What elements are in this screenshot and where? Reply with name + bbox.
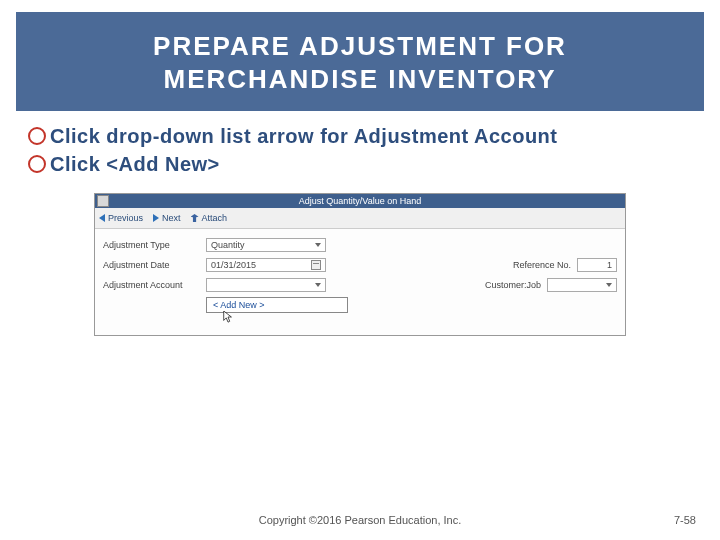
arrow-left-icon	[99, 214, 105, 222]
adjustment-type-value: Quantity	[211, 238, 245, 252]
reference-no-field[interactable]: 1	[577, 258, 617, 272]
title-line-2: MERCHANDISE INVENTORY	[163, 64, 556, 94]
qb-body: Adjustment Type Quantity Adjustment Date…	[95, 229, 625, 335]
qb-toolbar: Previous Next Attach	[95, 208, 625, 229]
adjustment-date-field[interactable]: 01/31/2015	[206, 258, 326, 272]
label-reference-no: Reference No.	[513, 260, 571, 270]
reference-group: Reference No. 1	[513, 258, 617, 272]
label-customer-job: Customer:Job	[485, 280, 541, 290]
label-adjustment-type: Adjustment Type	[103, 240, 198, 250]
row-adjustment-date: Adjustment Date 01/31/2015 Reference No.…	[103, 255, 617, 275]
next-label: Next	[162, 213, 181, 223]
screenshot-wrap: Adjust Quantity/Value on Hand Previous N…	[28, 193, 692, 336]
row-adjustment-account: Adjustment Account Customer:Job	[103, 275, 617, 295]
chevron-down-icon	[315, 283, 321, 287]
slide-title: PREPARE ADJUSTMENT FOR MERCHANDISE INVEN…	[26, 30, 694, 95]
adjustment-type-select[interactable]: Quantity	[206, 238, 326, 252]
cursor-icon	[223, 311, 233, 323]
next-button[interactable]: Next	[153, 213, 181, 223]
adjustment-date-value: 01/31/2015	[211, 258, 256, 272]
bullet-circle-icon	[28, 155, 46, 173]
previous-button[interactable]: Previous	[99, 213, 143, 223]
system-menu-icon[interactable]	[97, 195, 109, 207]
attach-label: Attach	[202, 213, 228, 223]
adjustment-account-select[interactable]	[206, 278, 326, 292]
qb-window-title: Adjust Quantity/Value on Hand	[299, 196, 421, 206]
reference-no-value: 1	[607, 258, 612, 272]
footer-page-number: 7-58	[674, 514, 696, 526]
bullet-text: Click drop-down list arrow for Adjustmen…	[50, 123, 557, 149]
attach-button[interactable]: Attach	[191, 213, 228, 223]
row-adjustment-type: Adjustment Type Quantity	[103, 235, 617, 255]
arrow-right-icon	[153, 214, 159, 222]
dropdown-item-add-new[interactable]: < Add New >	[207, 298, 347, 312]
content-area: Click drop-down list arrow for Adjustmen…	[0, 111, 720, 336]
footer-copyright: Copyright ©2016 Pearson Education, Inc.	[0, 514, 720, 526]
qb-window: Adjust Quantity/Value on Hand Previous N…	[94, 193, 626, 336]
bullet-text: Click <Add New>	[50, 151, 220, 177]
qb-titlebar: Adjust Quantity/Value on Hand	[95, 194, 625, 208]
title-line-1: PREPARE ADJUSTMENT FOR	[153, 31, 567, 61]
calendar-icon	[311, 260, 321, 270]
chevron-down-icon	[315, 243, 321, 247]
label-adjustment-date: Adjustment Date	[103, 260, 198, 270]
bullet-item: Click <Add New>	[28, 151, 692, 177]
previous-label: Previous	[108, 213, 143, 223]
title-bar: PREPARE ADJUSTMENT FOR MERCHANDISE INVEN…	[16, 12, 704, 111]
chevron-down-icon	[606, 283, 612, 287]
bullet-circle-icon	[28, 127, 46, 145]
bullet-item: Click drop-down list arrow for Adjustmen…	[28, 123, 692, 149]
label-adjustment-account: Adjustment Account	[103, 280, 198, 290]
customer-job-select[interactable]	[547, 278, 617, 292]
pin-icon	[191, 214, 199, 222]
customer-group: Customer:Job	[485, 278, 617, 292]
